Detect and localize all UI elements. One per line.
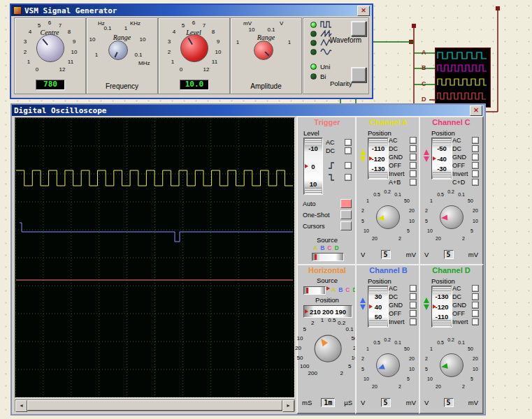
trigger-level-thumbwheel[interactable]: -10010 <box>303 138 323 195</box>
channel-d-position-thumbwheel[interactable]: -130-120-110 <box>431 286 452 328</box>
level-knob[interactable] <box>180 34 208 62</box>
channel-b-gain-value: 5 <box>381 398 391 407</box>
dial-tick: 50 <box>468 198 473 203</box>
thumbwheel-value: -50 <box>437 145 447 152</box>
frequency-range-knob[interactable] <box>108 41 128 60</box>
source-channel-letter: A <box>331 286 336 293</box>
close-button[interactable]: ✕ <box>357 6 370 16</box>
channel-c-gain-knob[interactable] <box>440 205 463 229</box>
channel-button-radio[interactable] <box>410 293 417 300</box>
channel-button-label: C+D <box>452 179 465 186</box>
sawtooth-wave-led <box>310 31 317 37</box>
rising-edge-radio[interactable] <box>345 162 352 169</box>
channel-c-position-thumbwheel[interactable]: -50-40-30 <box>431 138 452 179</box>
trigger-button[interactable] <box>340 221 352 230</box>
dial-tick: 2 <box>361 356 364 361</box>
scrollbar-thumb[interactable] <box>27 400 282 411</box>
channel-button-radio[interactable] <box>472 293 479 300</box>
dial-tick: 6 <box>192 20 195 26</box>
channel-a-units: V 5 mV <box>361 250 416 259</box>
channel-a-gain-knob[interactable] <box>376 205 400 229</box>
dial-tick: 0.5 <box>437 340 444 345</box>
dial-tick: 0.5 <box>373 192 380 197</box>
channel-button-radio[interactable] <box>472 170 479 177</box>
centre-knob[interactable] <box>36 34 64 62</box>
dial-tick: 10 <box>427 228 433 233</box>
dial-tick: 5 <box>470 376 473 381</box>
channel-button-radio[interactable] <box>410 170 417 177</box>
channel-c-panel: Channel C Position -50-40-30 <box>419 116 484 267</box>
channel-d-gain-dial: 20105210.50.20.150201052 <box>423 337 479 392</box>
channel-button-radio[interactable] <box>410 162 417 169</box>
source-channel-letter: B <box>320 244 324 251</box>
channel-b-position-thumbwheel[interactable]: 304050 <box>368 286 389 328</box>
trigger-button[interactable] <box>340 199 352 208</box>
component-preview-waves <box>436 48 490 107</box>
oscilloscope-component[interactable] <box>435 47 491 108</box>
dial-tick: 0.1 <box>394 340 401 345</box>
channel-d-units: V 5 mV <box>424 398 478 407</box>
channel-button-radio[interactable] <box>410 285 417 292</box>
scroll-left-button[interactable]: ◄ <box>15 400 27 412</box>
channel-a-position-thumbwheel[interactable]: -110-120-130 <box>368 138 389 179</box>
channel-button-radio[interactable] <box>410 310 417 317</box>
position-label: Position <box>368 129 391 137</box>
channel-button-radio[interactable] <box>410 137 417 144</box>
waveform-select-button[interactable] <box>351 21 366 36</box>
dial-tick: 20 <box>372 384 378 389</box>
control-panels: Trigger Level -10010 AC DC <box>296 116 481 411</box>
polarity-select-button[interactable] <box>351 67 366 82</box>
channel-button-radio[interactable] <box>410 302 417 309</box>
scroll-right-button[interactable]: ► <box>282 400 294 412</box>
dial-tick: 1 <box>430 346 433 351</box>
trigger-title: Trigger <box>298 118 357 126</box>
thumbwheel-value: -120 <box>435 303 448 311</box>
channel-button-radio[interactable] <box>410 154 417 161</box>
waveform-group: Waveform Uni Bi Polarity <box>303 17 369 94</box>
channel-button-radio[interactable] <box>472 179 479 186</box>
knob-pointer <box>318 337 327 346</box>
oscilloscope-titlebar[interactable]: Digital Oscilloscope ✕ <box>12 105 484 116</box>
dial-tick: 0.5 <box>373 340 380 345</box>
close-button[interactable]: ✕ <box>470 105 482 116</box>
channel-button-radio[interactable] <box>410 179 417 186</box>
signal-generator-titlebar[interactable]: VSM Signal Generator ✕ <box>11 5 372 16</box>
trigger-level-label: Level <box>303 129 319 137</box>
channel-b-trace <box>20 223 293 242</box>
falling-edge-radio[interactable] <box>345 174 352 181</box>
channel-button-radio[interactable] <box>472 302 479 309</box>
channel-button-radio[interactable] <box>472 154 479 161</box>
channel-button-radio[interactable] <box>472 285 479 292</box>
timebase-knob[interactable] <box>315 335 342 362</box>
coupling-radio[interactable] <box>345 139 352 146</box>
channel-button-radio[interactable] <box>472 162 479 169</box>
coupling-radio[interactable] <box>345 147 352 154</box>
thumbwheel-value: 50 <box>375 313 382 321</box>
channel-b-panel: Channel B Position 304050 <box>355 264 422 414</box>
dial-tick: 1 <box>27 59 30 65</box>
channel-button-radio[interactable] <box>472 145 479 152</box>
channel-button-radio[interactable] <box>472 310 479 317</box>
dial-tick: 20 <box>295 345 301 351</box>
screen-scrollbar[interactable]: ◄ ► <box>15 399 295 411</box>
mhz-unit-label: MHz <box>138 60 150 66</box>
channel-button-radio[interactable] <box>472 318 479 325</box>
source-channel-letter: C <box>345 286 350 293</box>
channel-button-radio[interactable] <box>410 318 417 325</box>
dial-tick: 11 <box>68 59 73 65</box>
channel-button-radio[interactable] <box>410 145 417 152</box>
trigger-source-thumbwheel[interactable] <box>312 253 344 261</box>
channel-b-gain-knob[interactable] <box>376 353 400 377</box>
trigger-level-values: -10010 <box>304 145 322 188</box>
horizontal-source-thumbwheel[interactable] <box>303 286 326 295</box>
dial-tick: 10 <box>215 49 222 55</box>
channel-d-gain-knob[interactable] <box>440 353 463 377</box>
amplitude-range-knob[interactable] <box>254 41 273 60</box>
channel-button-radio[interactable] <box>472 137 479 144</box>
trigger-panel: Trigger Level -10010 AC DC <box>296 116 358 267</box>
knob-pointer <box>378 215 384 221</box>
dial-tick: 20 <box>473 356 478 361</box>
polarity-label: Polarity <box>330 80 352 87</box>
trigger-button[interactable] <box>340 210 352 219</box>
channel-button-label: Invert <box>452 170 468 177</box>
